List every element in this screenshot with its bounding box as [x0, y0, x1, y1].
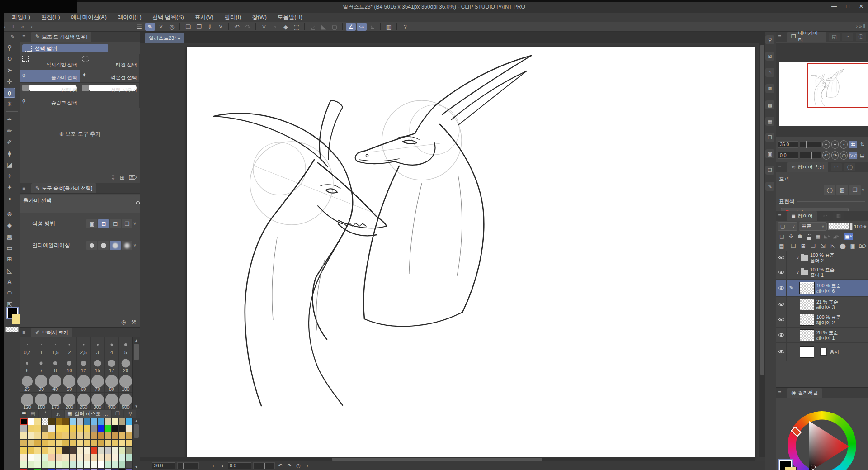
panel-collapse-arrows[interactable]: « ‖ « ‹	[0, 24, 134, 29]
color-swatch[interactable]	[98, 440, 105, 447]
menu-item-0[interactable]: 파일(F)	[6, 14, 36, 21]
item-bank-tab-icon[interactable]: ◔	[842, 33, 853, 41]
navigator-menu-icon[interactable]: ≡	[778, 33, 784, 40]
paper-thumbnail[interactable]	[800, 346, 814, 358]
color-swatch[interactable]	[70, 432, 77, 440]
sub-tool-item-5[interactable]: 선택 지우기	[80, 83, 140, 95]
opacity-stepper-icon[interactable]: ◆	[863, 224, 866, 228]
color-swatch[interactable]	[105, 418, 112, 425]
brush-size-15[interactable]: 15	[91, 356, 105, 375]
search-color-tab-icon[interactable]: ⚲	[124, 410, 136, 418]
antialias-strong-button[interactable]	[122, 241, 132, 250]
sub-tool-item-4[interactable]: 선택 펜	[20, 83, 80, 95]
antialias-chevron-icon[interactable]: ˅	[133, 243, 136, 248]
color-swatch[interactable]	[98, 454, 105, 461]
brush-size-25[interactable]: 25	[20, 374, 34, 393]
color-set-tab-icon[interactable]: ▤	[27, 410, 38, 418]
brush-size-40[interactable]: 40	[48, 374, 62, 393]
navigator-zoom-slider[interactable]	[800, 141, 821, 148]
color-swatch[interactable]	[70, 418, 77, 425]
color-slider-tab-icon[interactable]: ≛	[39, 410, 51, 418]
zoom-in-icon[interactable]: +	[210, 463, 217, 469]
sub-tool-item-1[interactable]: 타원 선택	[80, 54, 140, 70]
color-swatch[interactable]	[77, 440, 84, 447]
transparent-color-swatch[interactable]	[5, 327, 19, 332]
color-swatch[interactable]	[70, 425, 77, 432]
intermediate-color-tab-icon[interactable]: ❐	[112, 410, 123, 418]
material-folder-icon[interactable]: ❒	[765, 133, 774, 142]
rotate-ccw-icon[interactable]: ↶	[277, 463, 284, 469]
balloon-tool-icon[interactable]: ⬭	[4, 288, 15, 298]
brush-size-100[interactable]: 100	[119, 374, 133, 393]
canvas-vertical-scrollbar[interactable]	[760, 43, 765, 457]
scroll-down-icon[interactable]: ▼	[133, 404, 140, 409]
add-selection-button[interactable]: ⊞	[98, 219, 109, 228]
brush-size-20[interactable]: 20	[119, 356, 133, 375]
brush-size-250[interactable]: 250	[77, 393, 91, 409]
scroll-up-icon[interactable]: ▲	[133, 337, 140, 343]
color-swatch[interactable]	[112, 418, 119, 425]
color-swatch[interactable]	[112, 432, 119, 440]
figure-tool-icon[interactable]: ▭	[4, 243, 15, 253]
color-swatch[interactable]	[91, 454, 98, 461]
brush-size-300[interactable]: 300	[91, 393, 105, 409]
brush-size-70[interactable]: 70	[91, 374, 105, 393]
color-swatch[interactable]	[20, 418, 28, 425]
layer-visible-cell[interactable]	[776, 251, 787, 265]
toolbar-menu-icon[interactable]: ☰	[134, 23, 144, 31]
lock-layer-icon[interactable]	[805, 233, 813, 240]
reselect-icon[interactable]: ▫	[270, 23, 280, 31]
color-swatch[interactable]	[112, 447, 119, 454]
color-swatch[interactable]	[42, 432, 49, 440]
color-circle-menu-icon[interactable]: ≡	[778, 389, 784, 396]
brush-size-50[interactable]: 50	[62, 374, 76, 393]
navigator-tab[interactable]: ❐ 내비게이터	[787, 32, 826, 42]
decoration-tool-icon[interactable]: ✦	[4, 182, 15, 192]
redo-icon[interactable]: ↷	[243, 23, 253, 31]
color-swatch[interactable]	[126, 432, 133, 440]
snap-special-icon[interactable]: ⊾	[368, 23, 377, 31]
color-swatch[interactable]	[77, 447, 84, 454]
tool-dropdown-icon[interactable]: ˅	[156, 23, 166, 31]
color-swatch[interactable]	[62, 447, 70, 454]
layer-row-레이어 1[interactable]: 28 % 표준레이어 1	[776, 328, 868, 343]
color-swatch[interactable]	[28, 461, 35, 469]
color-swatch[interactable]	[91, 447, 98, 454]
material-pattern-icon[interactable]: ▦	[765, 117, 774, 126]
color-swatch[interactable]	[98, 461, 105, 469]
rotation-value-field[interactable]: 0.0	[228, 462, 251, 469]
palette-color-dropdown[interactable]: ▢˅	[778, 222, 797, 231]
clip-to-layer-below-icon[interactable]: ◲	[778, 233, 786, 240]
brush-size-0,7[interactable]: 0,7	[20, 337, 34, 356]
enable-mask-icon[interactable]: ◣˅	[823, 233, 831, 240]
brush-size-4[interactable]: 4	[105, 337, 119, 356]
color-swatch[interactable]	[56, 454, 63, 461]
antialias-none-button[interactable]	[86, 241, 97, 250]
menu-item-2[interactable]: 애니메이션(A)	[66, 14, 112, 21]
color-swatch[interactable]	[91, 440, 98, 447]
save-dropdown-icon[interactable]: ˅	[216, 23, 226, 31]
snap-ruler-icon[interactable]: ∠	[346, 23, 356, 31]
eyedropper-tool-icon[interactable]: ⧫	[4, 148, 15, 158]
color-swatch[interactable]	[48, 454, 56, 461]
saturation-value-marker[interactable]	[811, 465, 816, 470]
layer-row-용지[interactable]: 용지	[776, 343, 868, 361]
eraser-tool-icon[interactable]: ◪	[4, 160, 15, 170]
save-file-icon[interactable]: ⇓	[205, 23, 215, 31]
color-swatch[interactable]	[77, 425, 84, 432]
pencil-tool-icon[interactable]: ✏	[4, 126, 15, 136]
color-swatch[interactable]	[91, 418, 98, 425]
sub-tool-item-0[interactable]: 직사각형 선택	[20, 54, 80, 70]
draft-layer-icon[interactable]: ☗	[796, 233, 804, 240]
color-swatch[interactable]	[91, 461, 98, 469]
color-swatch[interactable]	[119, 447, 126, 454]
color-history-scrollbar[interactable]: ▲ ▼	[132, 418, 140, 470]
reset-rotation-icon[interactable]: ◷	[295, 463, 302, 469]
open-clip-studio-icon[interactable]: ◎	[167, 23, 177, 31]
border-effect-icon[interactable]: ◯	[824, 185, 835, 195]
nav-reset-flip-icon[interactable]: ▷◁	[849, 152, 857, 159]
lock-transparent-pixels-icon[interactable]: ▦	[814, 233, 822, 240]
status-prev-icon[interactable]: ‹	[304, 463, 311, 469]
blend-mode-dropdown[interactable]: 표준˅	[799, 222, 827, 231]
lasso-select-tool-icon[interactable]: ϙ	[4, 88, 15, 98]
